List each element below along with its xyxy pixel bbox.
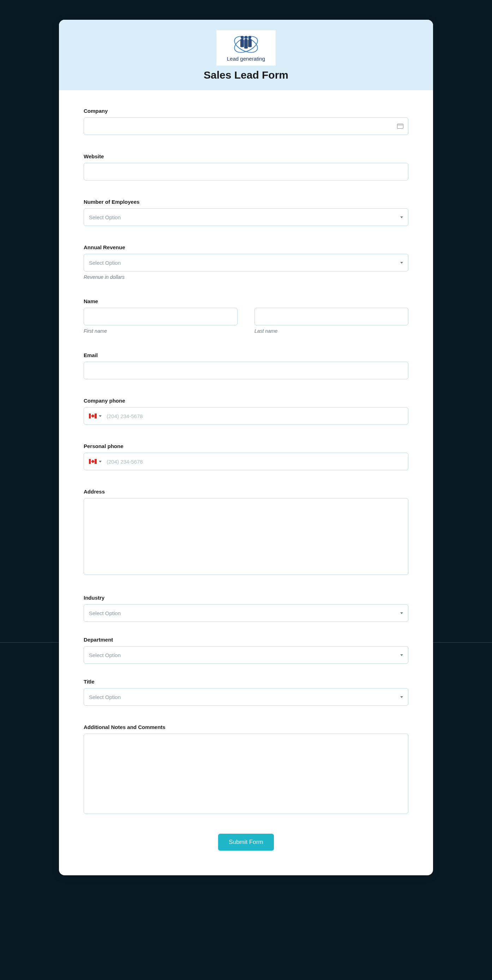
title-label: Title: [84, 679, 408, 684]
website-input[interactable]: [84, 163, 408, 180]
revenue-placeholder: Select Option: [89, 260, 121, 266]
field-notes: Additional Notes and Comments: [84, 724, 408, 815]
field-employees: Number of Employees Select Option: [84, 199, 408, 226]
field-name: Name First name Last name: [84, 298, 408, 334]
field-revenue: Annual Revenue Select Option Revenue in …: [84, 244, 408, 280]
company-phone-country-select[interactable]: [89, 414, 102, 418]
chevron-down-icon: [400, 654, 403, 656]
personal-phone-country-select[interactable]: [89, 459, 102, 464]
chevron-down-icon: [99, 461, 102, 463]
email-input[interactable]: [84, 362, 408, 379]
field-company-phone: Company phone: [84, 398, 408, 425]
chevron-down-icon: [400, 216, 403, 218]
canada-flag-icon: [89, 459, 97, 464]
first-name-helper: First name: [84, 328, 238, 334]
first-name-input[interactable]: [84, 308, 238, 325]
submit-button[interactable]: Submit Form: [218, 834, 273, 851]
field-title: Title Select Option: [84, 679, 408, 706]
notes-input[interactable]: [84, 733, 408, 814]
chevron-down-icon: [99, 415, 102, 417]
logo-icon: [232, 35, 260, 54]
address-input[interactable]: [84, 498, 408, 575]
personal-phone-label: Personal phone: [84, 443, 408, 449]
industry-label: Industry: [84, 595, 408, 601]
employees-select[interactable]: Select Option: [84, 208, 408, 226]
field-industry: Industry Select Option: [84, 595, 408, 622]
field-email: Email: [84, 352, 408, 379]
form-card: Lead generating Sales Lead Form Company …: [59, 20, 433, 875]
last-name-input[interactable]: [254, 308, 408, 325]
website-label: Website: [84, 153, 408, 159]
autofill-icon[interactable]: [397, 124, 403, 129]
revenue-label: Annual Revenue: [84, 244, 408, 250]
chevron-down-icon: [400, 612, 403, 614]
canada-flag-icon: [89, 414, 97, 418]
revenue-helper: Revenue in dollars: [84, 274, 408, 280]
department-select[interactable]: Select Option: [84, 646, 408, 664]
chevron-down-icon: [400, 696, 403, 698]
chevron-down-icon: [400, 262, 403, 264]
company-label: Company: [84, 108, 408, 114]
department-placeholder: Select Option: [89, 652, 121, 658]
logo-caption: Lead generating: [227, 56, 265, 62]
field-personal-phone: Personal phone: [84, 443, 408, 470]
email-label: Email: [84, 352, 408, 358]
company-input[interactable]: [84, 118, 408, 135]
personal-phone-input[interactable]: [107, 453, 403, 470]
department-label: Department: [84, 636, 408, 643]
industry-select[interactable]: Select Option: [84, 604, 408, 622]
last-name-helper: Last name: [254, 328, 408, 334]
field-address: Address: [84, 488, 408, 576]
field-department: Department Select Option: [84, 636, 408, 664]
company-phone-label: Company phone: [84, 398, 408, 404]
submit-row: Submit Form: [84, 834, 408, 851]
field-website: Website: [84, 153, 408, 180]
page-title: Sales Lead Form: [59, 69, 433, 81]
address-label: Address: [84, 488, 408, 495]
personal-phone-wrap: [84, 453, 408, 470]
title-placeholder: Select Option: [89, 694, 121, 700]
title-select[interactable]: Select Option: [84, 688, 408, 706]
notes-label: Additional Notes and Comments: [84, 724, 408, 730]
form-header: Lead generating Sales Lead Form: [59, 20, 433, 90]
revenue-select[interactable]: Select Option: [84, 254, 408, 271]
field-company: Company: [84, 108, 408, 135]
name-label: Name: [84, 298, 408, 304]
logo: Lead generating: [216, 30, 276, 65]
industry-placeholder: Select Option: [89, 610, 121, 616]
form-body: Company Website Number of Employees Sele…: [59, 90, 433, 875]
employees-placeholder: Select Option: [89, 214, 121, 220]
company-phone-wrap: [84, 407, 408, 425]
company-phone-input[interactable]: [107, 407, 403, 425]
employees-label: Number of Employees: [84, 199, 408, 205]
